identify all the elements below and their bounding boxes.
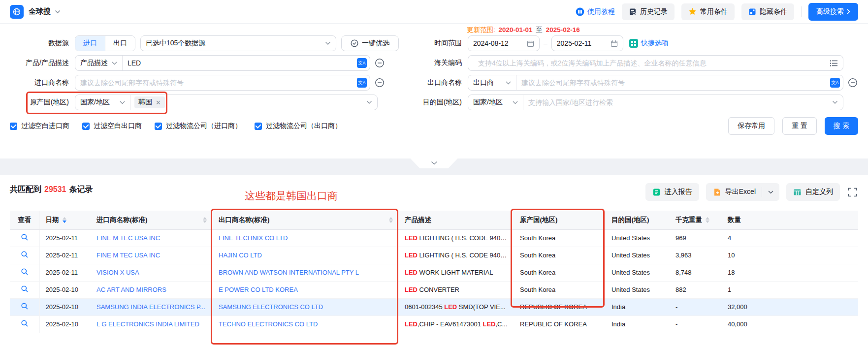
translate-icon[interactable]: 文A [357, 58, 367, 68]
date-end-input[interactable]: 2025-02-11 [551, 35, 623, 51]
checkbox-checked-icon [10, 123, 17, 130]
view-cell [10, 264, 39, 281]
collapse-form-tab[interactable] [411, 158, 458, 168]
form-row-datasource-time: 数据源 进口 出口 已选中105个数据源 一键优选 时间范围 2024-08-1… [10, 35, 858, 51]
view-record-button[interactable] [21, 285, 29, 293]
product-combo: 产品描述 文A [75, 55, 370, 71]
app-switch-chevron-down-icon[interactable] [55, 10, 61, 14]
exporter-type-select[interactable]: 出口商 [468, 75, 516, 90]
hscode-input[interactable] [473, 56, 830, 70]
destination-input[interactable] [523, 95, 832, 110]
sort-icon[interactable] [203, 217, 207, 223]
view-cell [10, 229, 39, 247]
exporter-combo: 出口商 文A [468, 75, 843, 91]
importer-link[interactable]: FINE M TEC USA INC [96, 234, 160, 242]
exporter-input[interactable] [516, 75, 827, 90]
origin-cell: REPUBLIC OF KOREA [514, 298, 606, 315]
origin-cell: South Korea [514, 229, 606, 247]
importer-link[interactable]: VISION X USA [96, 269, 139, 276]
tutorial-link[interactable]: 使用教程 [576, 7, 615, 16]
exporter-link[interactable]: FINE TECHNIX CO LTD [219, 234, 288, 242]
save-favorite-button[interactable]: 保存常用 [728, 117, 774, 135]
view-record-button[interactable] [21, 319, 29, 327]
qty-cell: 4 [722, 229, 858, 247]
translate-icon[interactable]: 文A [830, 78, 840, 88]
product-label: 产品/产品描述 [10, 59, 75, 67]
hide-conditions-button[interactable]: 隐藏条件 [741, 3, 794, 20]
sort-icon[interactable] [389, 217, 393, 223]
importer-link[interactable]: SAMSUNG INDIA ELECTRONICS P... [96, 303, 205, 311]
datasource-selected-value: 已选中105个数据源 [146, 39, 205, 48]
checkbox-filter-blank-importer[interactable]: 过滤空白进口商 [10, 122, 69, 130]
summary-suffix: 条记录 [69, 185, 93, 193]
results-panel: 共匹配到29531条记录 进入报告 导出Excel 自定义列 [0, 175, 868, 347]
tab-export[interactable]: 出口 [105, 36, 135, 51]
view-record-button[interactable] [21, 251, 29, 258]
remove-condition-icon[interactable] [374, 77, 385, 88]
header-destination: 目的国(地区) [606, 211, 670, 229]
view-record-button[interactable] [21, 268, 29, 276]
origin-country-tag: 韩国 ✕ [134, 96, 165, 108]
tab-import[interactable]: 进口 [75, 36, 105, 51]
reset-button[interactable]: 重 置 [782, 117, 817, 135]
exporter-link[interactable]: TECHNO ELECTRONICS CO LTD [219, 320, 318, 328]
export-options-chevron-down-icon[interactable] [762, 183, 779, 201]
view-record-button[interactable] [21, 302, 29, 310]
exporter-link[interactable]: BROWN AND WATSON INTERNATIONAL PTY L [219, 269, 359, 276]
importer-input[interactable] [75, 75, 354, 90]
search-button[interactable]: 搜 索 [825, 117, 858, 135]
exporter-link[interactable]: SAMSUNG ELECTRONICS CO LTD [219, 303, 323, 311]
results-header: 共匹配到29531条记录 进入报告 导出Excel 自定义列 [10, 183, 858, 211]
qty-cell: 32,000 [722, 298, 858, 315]
exporter-link[interactable]: E POWER CO LTD KOREA [219, 286, 298, 293]
history-label: 历史记录 [640, 7, 668, 16]
sort-icon[interactable] [63, 217, 66, 223]
importer-link[interactable]: L G ELECTRONICS INDIA LIMITED [96, 320, 199, 328]
fullscreen-icon[interactable] [847, 187, 858, 198]
remove-condition-icon[interactable] [847, 77, 858, 88]
remove-condition-icon[interactable] [374, 58, 385, 68]
origin-type-select[interactable]: 国家/地区 [75, 95, 130, 110]
product-input[interactable] [123, 56, 354, 70]
importer-link[interactable]: FINE M TEC USA INC [96, 252, 160, 259]
header-weight: 千克重量 [670, 211, 722, 229]
date-end-value: 2025-02-11 [557, 39, 592, 47]
product-cell: LED WORK LIGHT MATERIAL [399, 264, 514, 281]
checkbox-checked-icon [82, 123, 90, 130]
destination-cell: United States [606, 247, 670, 264]
checkbox-filter-blank-exporter[interactable]: 过滤空白出口商 [82, 122, 142, 130]
chevron-down-icon [325, 41, 331, 45]
date-start-input[interactable]: 2024-08-12 [468, 35, 540, 51]
form-actions: 保存常用 重 置 搜 索 [728, 117, 858, 135]
importer-link[interactable]: AC ART AND MIRRORS [96, 286, 166, 293]
hscode-list-icon[interactable] [830, 60, 838, 67]
weight-cell: - [670, 298, 722, 315]
origin-type-value: 国家/地区 [80, 98, 110, 107]
view-record-button[interactable] [21, 233, 29, 241]
tag-close-icon[interactable]: ✕ [156, 99, 161, 106]
customize-columns-button[interactable]: 自定义列 [786, 183, 840, 201]
table-row: 2025-02-11FINE M TEC USA INCFINE TECHNIX… [10, 229, 858, 247]
history-icon [629, 8, 637, 16]
destination-type-select[interactable]: 国家/地区 [468, 95, 523, 110]
exporter-link[interactable]: HAJIN CO LTD [219, 252, 262, 259]
date-range-separator: – [544, 39, 547, 47]
sort-icon[interactable] [706, 217, 709, 223]
checkbox-filter-logistics-importer[interactable]: 过滤物流公司（进口商） [155, 122, 242, 130]
product-cell: LED LIGHTING ( H.S. CODE 9405... [399, 229, 514, 247]
enter-report-button[interactable]: 进入报告 [645, 183, 699, 201]
checkbox-filter-logistics-exporter[interactable]: 过滤物流公司（出口商） [255, 122, 342, 130]
export-excel-button[interactable]: 导出Excel [706, 188, 762, 196]
origin-cell: South Korea [514, 264, 606, 281]
translate-icon[interactable]: 文A [357, 78, 367, 88]
datasource-select[interactable]: 已选中105个数据源 [140, 35, 336, 51]
product-type-select[interactable]: 产品描述 [75, 56, 123, 70]
origin-cell: South Korea [514, 247, 606, 264]
history-button[interactable]: 历史记录 [622, 3, 675, 20]
advanced-search-button[interactable]: 高级搜索 [808, 3, 858, 21]
quick-select-button[interactable]: 一键优选 [341, 35, 399, 51]
favorite-conditions-button[interactable]: 常用条件 [681, 3, 735, 20]
update-range-to: 至 [536, 26, 543, 33]
product-cell: LED,CHIP - EAV61473001 LED,C... [399, 315, 514, 333]
quick-options-link[interactable]: 快捷选项 [629, 39, 669, 48]
